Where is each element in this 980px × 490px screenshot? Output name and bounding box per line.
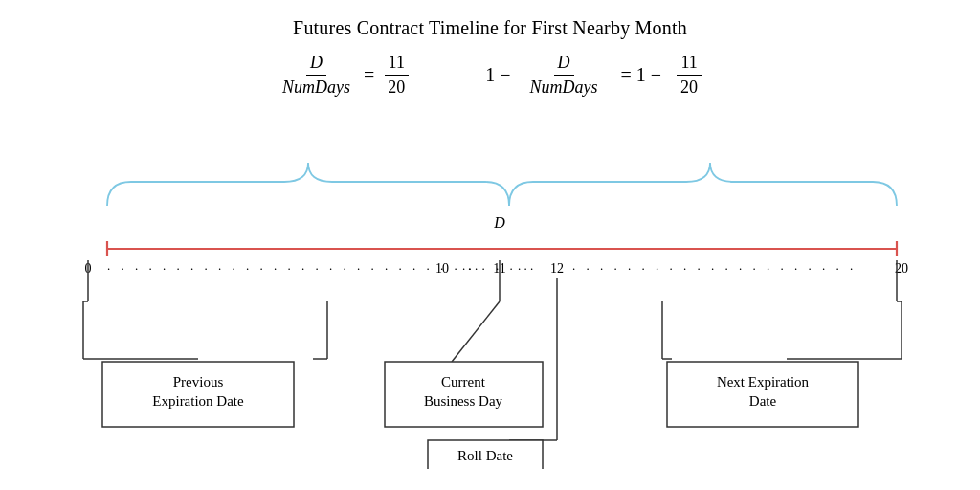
- svg-text:. . .: . . .: [518, 258, 533, 273]
- svg-text:. . . . . . . . . . . . . . . : . . . . . . . . . . . . . . . . . . . . …: [107, 258, 517, 273]
- svg-text:. . . . . . . . . . . . . . . : . . . . . . . . . . . . . . . . . . . . …: [572, 258, 857, 273]
- previous-expiration-line2: Expiration Date: [152, 393, 244, 409]
- tick-12: 12: [550, 261, 564, 276]
- roll-date-label: Roll Date: [457, 448, 513, 463]
- diagram-svg: D 0 . . . . . . . . . . . . . . . . . . …: [31, 153, 949, 469]
- formula-right: 1 − D NumDays = 1 − 11 20: [485, 53, 702, 98]
- next-expiration-line2: Date: [749, 393, 777, 409]
- fraction-left-denominator: NumDays: [278, 76, 354, 98]
- current-business-line2: Business Day: [424, 393, 503, 409]
- page-title: Futures Contract Timeline for First Near…: [0, 0, 980, 39]
- result-right-num: 11: [677, 53, 701, 76]
- fraction-right-denominator: NumDays: [526, 76, 602, 98]
- svg-text:. . .: . . .: [462, 258, 478, 273]
- formula-left: D NumDays = 11 20: [278, 53, 409, 98]
- fraction-right: D NumDays: [526, 53, 602, 98]
- next-expiration-line1: Next Expiration: [717, 374, 810, 390]
- equals-right: = 1 −: [621, 64, 662, 86]
- result-right-den: 20: [677, 76, 702, 98]
- equals-left: =: [364, 64, 374, 86]
- tick-10: 10: [435, 261, 449, 276]
- fraction-right-numerator: D: [554, 53, 574, 76]
- result-left-den: 20: [384, 76, 409, 98]
- previous-expiration-line1: Previous: [173, 374, 224, 390]
- fraction-left: D NumDays: [278, 53, 354, 98]
- current-business-line1: Current: [441, 374, 486, 390]
- formula-area: D NumDays = 11 20 1 − D NumDays = 1 − 11…: [0, 53, 980, 98]
- result-left-num: 11: [385, 53, 409, 76]
- svg-line-17: [452, 301, 500, 362]
- main-container: Futures Contract Timeline for First Near…: [0, 0, 980, 490]
- result-left: 11 20: [384, 53, 409, 98]
- formula-right-prefix: 1 −: [485, 64, 510, 86]
- result-right: 11 20: [677, 53, 702, 98]
- fraction-left-numerator: D: [306, 53, 326, 76]
- d-label: D: [493, 214, 505, 231]
